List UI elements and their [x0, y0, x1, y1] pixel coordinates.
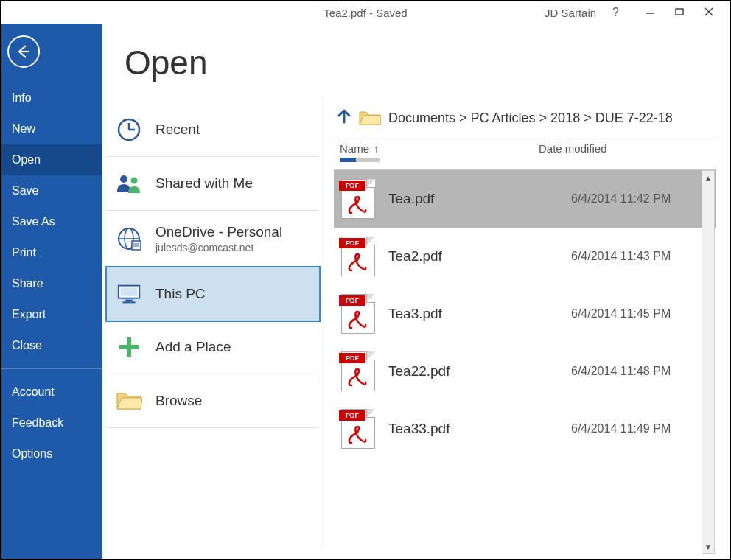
- pdf-file-icon: PDF: [341, 179, 375, 219]
- location-sublabel: julesds@comcast.net: [155, 242, 282, 253]
- recent-icon: [116, 116, 142, 143]
- location-label: Browse: [155, 393, 202, 409]
- location-thispc[interactable]: This PC: [105, 266, 321, 322]
- location-label: Recent: [155, 122, 200, 138]
- app-window: Tea2.pdf - Saved JD Sartain ? InfoNewOpe…: [0, 0, 731, 560]
- location-label: Add a Place: [155, 339, 231, 355]
- svg-rect-19: [122, 301, 135, 303]
- file-row[interactable]: PDFTea33.pdf6/4/2014 11:49 PM: [334, 400, 716, 458]
- location-addplace[interactable]: Add a Place: [107, 321, 319, 374]
- column-resize-handle[interactable]: [340, 158, 380, 162]
- file-name: Tea.pdf: [388, 191, 558, 207]
- pdf-file-icon: PDF: [341, 237, 375, 276]
- browse-icon: [116, 388, 142, 414]
- locations-panel: RecentShared with MeOneDrive - Personalj…: [102, 96, 323, 559]
- sidebar-item-save-as[interactable]: Save As: [1, 206, 102, 237]
- breadcrumb-separator-icon: >: [455, 111, 471, 125]
- breadcrumb-segment[interactable]: 2018: [550, 111, 580, 125]
- scrollbar[interactable]: ▲ ▼: [702, 170, 715, 554]
- content-area: Open RecentShared with MeOneDrive - Pers…: [102, 24, 730, 559]
- file-row[interactable]: PDFTea22.pdf6/4/2014 11:48 PM: [334, 343, 716, 400]
- sidebar-item-account[interactable]: Account: [1, 377, 102, 407]
- location-label: This PC: [155, 286, 206, 302]
- file-date: 6/4/2014 11:49 PM: [571, 422, 671, 435]
- help-button[interactable]: ?: [612, 6, 619, 19]
- file-name: Tea2.pdf: [388, 248, 558, 265]
- folder-icon: [359, 110, 381, 126]
- sidebar-item-new[interactable]: New: [1, 113, 102, 144]
- sidebar-item-feedback[interactable]: Feedback: [1, 407, 102, 438]
- breadcrumb-segment[interactable]: PC Articles: [471, 111, 536, 125]
- pdf-file-icon: PDF: [341, 409, 375, 449]
- file-name: Tea3.pdf: [388, 306, 558, 322]
- file-row[interactable]: PDFTea2.pdf6/4/2014 11:43 PM: [334, 228, 716, 285]
- breadcrumb-separator-icon: >: [580, 111, 595, 125]
- close-button[interactable]: [694, 7, 724, 19]
- svg-rect-13: [132, 241, 141, 250]
- file-name: Tea22.pdf: [388, 363, 558, 379]
- column-header-date[interactable]: Date modified: [539, 142, 607, 155]
- scroll-up-button[interactable]: ▲: [702, 171, 714, 184]
- file-date: 6/4/2014 11:43 PM: [571, 250, 671, 263]
- user-name[interactable]: JD Sartain: [545, 7, 596, 19]
- location-browse[interactable]: Browse: [107, 374, 319, 428]
- svg-rect-1: [676, 9, 683, 15]
- file-row[interactable]: PDFTea.pdf6/4/2014 11:42 PM: [334, 170, 716, 228]
- svg-point-9: [131, 178, 138, 184]
- breadcrumb-segment[interactable]: DUE 7-22-18: [595, 111, 673, 125]
- file-date: 6/4/2014 11:45 PM: [571, 307, 671, 321]
- shared-icon: [116, 170, 142, 197]
- thispc-icon: [116, 281, 142, 307]
- sidebar-item-open[interactable]: Open: [1, 144, 102, 175]
- file-pane: Documents > PC Articles > 2018 > DUE 7-2…: [323, 96, 730, 559]
- onedrive-icon: [116, 225, 142, 252]
- restore-button[interactable]: [665, 7, 694, 19]
- location-label: OneDrive - Personal: [155, 224, 282, 240]
- svg-point-8: [120, 175, 127, 183]
- sidebar-separator: [1, 368, 102, 369]
- scroll-track[interactable]: [702, 184, 714, 540]
- svg-rect-17: [121, 287, 138, 295]
- backstage-sidebar: InfoNewOpenSaveSave AsPrintShareExportCl…: [1, 24, 102, 559]
- breadcrumb-separator-icon: >: [536, 111, 551, 125]
- breadcrumb-segment[interactable]: Documents: [388, 111, 455, 125]
- location-label: Shared with Me: [155, 175, 253, 192]
- sidebar-item-options[interactable]: Options: [1, 438, 102, 469]
- file-date: 6/4/2014 11:42 PM: [571, 192, 671, 206]
- addplace-icon: [116, 334, 142, 360]
- sidebar-item-info[interactable]: Info: [1, 83, 102, 113]
- file-row[interactable]: PDFTea3.pdf6/4/2014 11:45 PM: [334, 285, 716, 343]
- sidebar-item-export[interactable]: Export: [1, 299, 102, 330]
- sidebar-item-save[interactable]: Save: [1, 175, 102, 206]
- location-onedrive[interactable]: OneDrive - Personaljulesds@comcast.net: [107, 211, 319, 267]
- file-date: 6/4/2014 11:48 PM: [571, 365, 671, 378]
- list-header: Name ↑ Date modified: [334, 139, 730, 156]
- document-title: Tea2.pdf - Saved: [323, 7, 407, 19]
- location-shared[interactable]: Shared with Me: [107, 157, 319, 211]
- minimize-button[interactable]: [635, 7, 665, 19]
- scroll-down-button[interactable]: ▼: [702, 540, 714, 553]
- sidebar-item-print[interactable]: Print: [1, 237, 102, 268]
- location-recent[interactable]: Recent: [107, 103, 319, 157]
- file-name: Tea33.pdf: [388, 421, 558, 437]
- title-bar: Tea2.pdf - Saved JD Sartain ?: [1, 1, 730, 24]
- pdf-file-icon: PDF: [341, 294, 375, 334]
- page-title: Open: [102, 24, 730, 96]
- svg-rect-18: [125, 300, 132, 302]
- back-button[interactable]: [7, 35, 40, 68]
- sidebar-item-share[interactable]: Share: [1, 268, 102, 299]
- sidebar-item-close[interactable]: Close: [1, 330, 102, 361]
- column-header-name[interactable]: Name ↑: [340, 142, 509, 155]
- svg-rect-21: [119, 345, 139, 349]
- pdf-file-icon: PDF: [341, 351, 375, 391]
- file-list: PDFTea.pdf6/4/2014 11:42 PMPDFTea2.pdf6/…: [334, 170, 716, 559]
- up-folder-button[interactable]: [337, 108, 351, 128]
- sort-asc-icon: ↑: [374, 142, 380, 155]
- breadcrumb-bar: Documents > PC Articles > 2018 > DUE 7-2…: [334, 103, 730, 139]
